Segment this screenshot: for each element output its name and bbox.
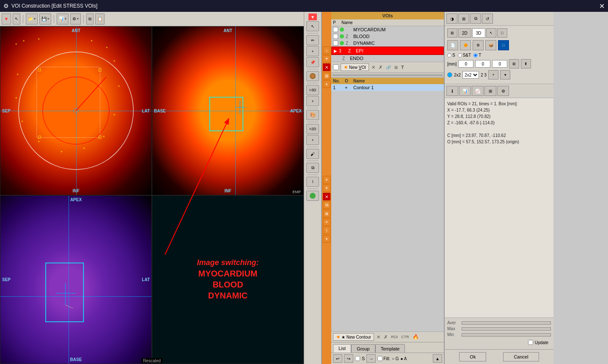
color-wheel-btn[interactable]: 🎨 [306,110,319,120]
tab-3d[interactable]: 3D [472,28,485,38]
dropdown-toggle-btn[interactable]: ▼ [2,14,11,25]
scroll-indicator-btn[interactable]: ▼ [308,14,317,20]
mm-btn2[interactable]: ⬆ [521,59,531,68]
voi-item-blood[interactable]: Z BLOOD [331,33,444,40]
tab-2d[interactable]: 2D [458,28,471,38]
image-panel-topleft[interactable]: ANT SEP LAT INF [0,26,152,195]
redo-btn[interactable]: ↪ [344,354,353,363]
green-circle-btn[interactable] [306,191,319,201]
cursor-tool-btn[interactable]: ↖ [13,14,20,25]
voi-item-myocardium[interactable]: MYOCARDIUM [331,26,444,33]
fill-checkbox[interactable] [377,356,382,361]
new-voi-button[interactable]: ★ New VOI [341,63,369,71]
voi-x2-btn[interactable]: ✕ [323,193,330,200]
line-chart-btn[interactable]: 📈 [472,86,484,96]
contour-ctr-btn[interactable]: CTR [400,335,410,339]
folder-btn[interactable]: 📁 ▾ [26,14,38,25]
voi-copy3-btn[interactable]: ⊕ [323,210,330,217]
voi-t-btn[interactable]: T [400,65,405,70]
voi-down2-btn[interactable]: ▾ [323,235,330,243]
chart-btn[interactable]: 📊 ▾ [57,14,69,25]
pencil-btn[interactable]: ✏ [306,35,319,45]
tab-group[interactable]: Group [351,344,375,353]
dropdown-mid-2[interactable]: ▾ [306,96,319,106]
voi-checkbox-myocardium[interactable] [333,27,338,32]
scroll-track[interactable] [332,74,443,76]
contrast-btn[interactable]: ◑ [446,14,457,24]
icon-p5-active[interactable]: □ [498,40,509,50]
info-icon-btn[interactable]: ℹ [446,86,458,96]
voi-down-btn[interactable]: ▾ [323,80,330,88]
up-arrow-btn[interactable]: ▲ [433,354,442,363]
settings2-btn[interactable]: ⚙ [497,86,509,96]
voi-copy-btn[interactable]: ⧉ [323,201,330,209]
pin-btn[interactable]: 📌 [306,57,319,67]
voi-wave-btn[interactable]: ⌇ [323,227,330,234]
mm-x-input[interactable] [458,60,473,68]
icon-p4[interactable]: 📦 [485,40,496,50]
cursor-tool-btn-mid[interactable]: ↖ [306,21,319,31]
voi-bars2-btn[interactable]: ≡ [323,218,330,226]
copy-btn[interactable]: ⧉ [86,14,94,25]
down-layout-btn[interactable]: ▾ [500,70,510,79]
voi-item-dynamic[interactable]: Z DYNAMIC [331,40,444,47]
tab-template[interactable]: Template [375,344,405,353]
table-btn[interactable]: ⊞ [484,86,496,96]
square-btn[interactable]: □ [497,28,507,38]
voi-grid2-btn[interactable]: ⊞ [393,65,399,70]
voi-item-endo[interactable]: Z ENDO [331,55,444,62]
new-contour-button[interactable]: ★ ★ New Contour [333,333,374,341]
mm-y-input[interactable] [475,60,490,68]
voi-item-epi[interactable]: ▶ 3 Z EPI [331,47,444,55]
update-checkbox[interactable] [528,340,533,345]
cursor-tool-btn-right[interactable]: ↖ [486,28,496,38]
image-panel-topright[interactable]: ANT BASE APEX INF EMP [152,26,304,195]
s-checkbox[interactable] [355,356,360,361]
stack-btn[interactable]: ⧉ [306,163,319,173]
contour-close-xi[interactable]: ✗ [383,334,388,340]
3d-btn[interactable]: >3D [306,85,319,95]
icon-p1[interactable]: 📄 [447,40,458,50]
refresh-btn[interactable]: ↺ [482,14,493,24]
mm-btn1[interactable]: ⊞ [509,59,519,68]
tab-list[interactable]: List [333,344,351,353]
contour-item-1[interactable]: 1 + Contour 1 [331,84,444,91]
dropdown-mid-1[interactable]: ▾ [306,46,319,56]
close-window-button[interactable]: ✕ [599,2,605,10]
image-panel-bottomleft[interactable]: APEX SEP LAT BASE [0,195,152,364]
voi-close-x-btn[interactable]: ✕ [371,65,376,70]
2d-btn[interactable]: >2D [306,124,319,134]
chart-icon-btn[interactable]: 📊 [459,86,471,96]
arrow-tool-btn[interactable]: → [366,354,376,363]
new-voi-checkbox[interactable] [333,64,339,70]
radio-s-input[interactable] [447,53,451,57]
grid-view-btn[interactable]: ⊞ [458,14,469,24]
voi-bars-btn[interactable]: ≡ [323,176,330,183]
voi-close-btn[interactable]: ✕ [323,63,330,71]
voi-plus2-btn[interactable]: + [323,184,330,192]
voi-checkbox-blood[interactable] [333,34,338,39]
voi-cursor-btn[interactable]: ↕ [323,47,330,54]
voi-close-xi-btn[interactable]: ✗ [378,65,383,70]
brush-btn[interactable]: 🖌 [306,149,319,159]
contour-close-x[interactable]: ✕ [376,334,381,340]
undo-btn[interactable]: ↩ [333,354,342,363]
contour-roi-btn[interactable]: ROI [390,335,399,339]
radio-dot-btn[interactable] [447,72,452,77]
ok-button[interactable]: Ok [459,352,486,361]
radio-t-input[interactable] [473,53,478,57]
paste-btn[interactable]: 📋 [95,14,105,25]
radio-sat-input[interactable] [458,53,462,57]
icon-p3[interactable]: ⚙ [473,40,484,50]
mm-z-input[interactable] [492,60,507,68]
dropdown-mid-3[interactable]: ▾ [306,135,319,145]
plus-layout-btn[interactable]: + [488,70,498,79]
voi-checkbox-dynamic[interactable] [333,41,338,46]
voi-plus-btn[interactable]: + [323,55,330,63]
save-btn[interactable]: 💾 ▾ [39,14,51,25]
waveform-btn[interactable]: ⌇ [306,177,319,187]
grid-layout-btn[interactable]: ⊞ [447,28,457,38]
contours-scroll-area[interactable]: 1 + Contour 1 [331,84,444,331]
twox2-select[interactable]: 2x2 1x1 3x3 [462,71,479,79]
voi-grid-btn[interactable]: ⊞ [323,72,330,79]
